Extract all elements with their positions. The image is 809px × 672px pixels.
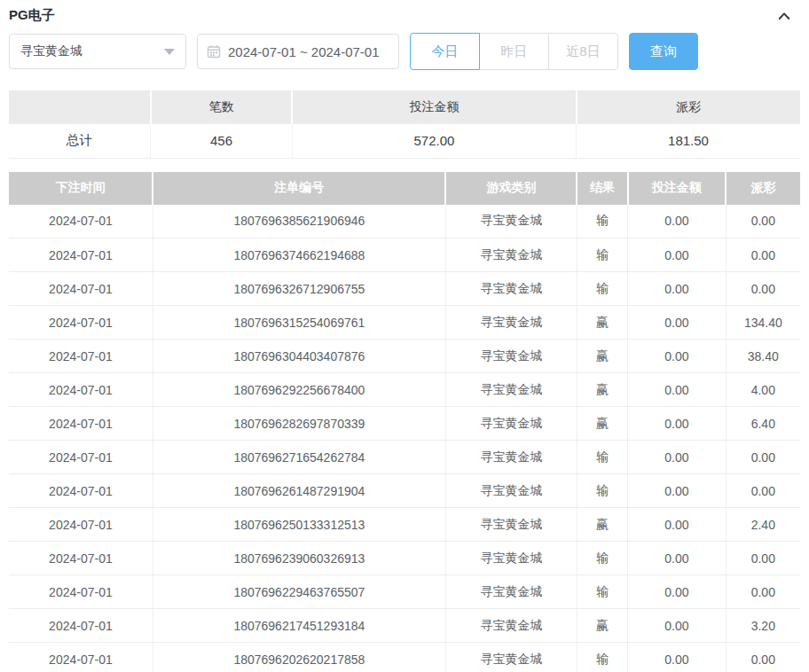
cell-bet-time: 2024-07-01 [9, 508, 153, 542]
cell-result: 赢 [577, 340, 627, 373]
cell-result: 输 [577, 474, 627, 508]
cell-game-category: 寻宝黄金城 [445, 238, 577, 272]
table-row: 2024-07-01 1807696217451293184 寻宝黄金城 赢 0… [9, 609, 800, 643]
today-button[interactable]: 今日 [410, 33, 480, 70]
records-header-row: 下注时间 注单编号 游戏类别 结果 投注金额 派彩 [9, 172, 800, 205]
cell-order-number: 1807696229463765507 [153, 575, 445, 609]
cell-bet-amount: 0.00 [628, 643, 727, 672]
table-row: 2024-07-01 1807696374662194688 寻宝黄金城 输 0… [9, 238, 800, 272]
cell-bet-amount: 0.00 [628, 373, 727, 407]
chevron-down-icon [164, 49, 175, 55]
cell-payout: 0.00 [726, 272, 800, 306]
table-row: 2024-07-01 1807696282697870339 寻宝黄金城 赢 0… [9, 407, 800, 441]
table-row: 2024-07-01 1807696326712906755 寻宝黄金城 输 0… [9, 272, 800, 306]
cell-game-category: 寻宝黄金城 [445, 474, 577, 508]
cell-bet-time: 2024-07-01 [9, 373, 153, 407]
table-row: 2024-07-01 1807696315254069761 寻宝黄金城 赢 0… [9, 306, 800, 340]
cell-game-category: 寻宝黄金城 [445, 340, 577, 373]
summary-table: 笔数 投注金额 派彩 总计 456 572.00 181.50 [9, 90, 800, 159]
cell-order-number: 1807696239060326913 [153, 542, 445, 575]
cell-payout: 0.00 [726, 441, 800, 474]
records-header-bet-time: 下注时间 [9, 172, 153, 205]
cell-result: 赢 [577, 407, 627, 441]
cell-game-category: 寻宝黄金城 [445, 508, 577, 542]
cell-result: 赢 [577, 508, 627, 542]
cell-order-number: 1807696385621906946 [153, 205, 445, 238]
cell-bet-amount: 0.00 [628, 474, 727, 508]
table-row: 2024-07-01 1807696239060326913 寻宝黄金城 输 0… [9, 542, 800, 575]
cell-order-number: 1807696292256678400 [153, 373, 445, 407]
cell-result: 输 [577, 542, 627, 575]
filter-bar: 寻宝黄金城 2024-07-01 ~ 2024-07-01 [9, 33, 800, 70]
cell-result: 输 [577, 441, 627, 474]
cell-result: 输 [577, 643, 627, 672]
collapse-button[interactable] [774, 5, 795, 27]
records-header-result: 结果 [577, 172, 627, 205]
summary-header-payout: 派彩 [577, 90, 800, 124]
table-row: 2024-07-01 1807696271654262784 寻宝黄金城 输 0… [9, 441, 800, 474]
cell-game-category: 寻宝黄金城 [445, 272, 577, 306]
cell-order-number: 1807696282697870339 [153, 407, 445, 441]
query-button[interactable]: 查询 [629, 33, 698, 70]
cell-bet-time: 2024-07-01 [9, 407, 153, 441]
cell-order-number: 1807696271654262784 [153, 441, 445, 474]
cell-bet-amount: 0.00 [628, 306, 727, 340]
summary-total-label: 总计 [9, 124, 151, 158]
cell-game-category: 寻宝黄金城 [445, 441, 577, 474]
cell-payout: 0.00 [726, 575, 800, 609]
cell-game-category: 寻宝黄金城 [445, 205, 577, 238]
table-row: 2024-07-01 1807696229463765507 寻宝黄金城 输 0… [9, 575, 800, 609]
cell-order-number: 1807696202620217858 [153, 643, 445, 672]
cell-bet-time: 2024-07-01 [9, 306, 153, 340]
cell-result: 输 [577, 238, 627, 272]
summary-total-row: 总计 456 572.00 181.50 [9, 124, 800, 158]
cell-bet-time: 2024-07-01 [9, 238, 153, 272]
yesterday-button[interactable]: 昨日 [479, 33, 549, 70]
cell-order-number: 1807696304403407876 [153, 340, 445, 373]
cell-order-number: 1807696326712906755 [153, 272, 445, 306]
records-body: 2024-07-01 1807696385621906946 寻宝黄金城 输 0… [9, 205, 800, 672]
table-row: 2024-07-01 1807696202620217858 寻宝黄金城 输 0… [9, 643, 800, 672]
summary-total-payout: 181.50 [577, 124, 800, 158]
cell-bet-amount: 0.00 [628, 441, 727, 474]
cell-game-category: 寻宝黄金城 [445, 407, 577, 441]
cell-game-category: 寻宝黄金城 [445, 609, 577, 643]
cell-bet-time: 2024-07-01 [9, 340, 153, 373]
records-header-order-number: 注单编号 [153, 172, 445, 205]
cell-game-category: 寻宝黄金城 [445, 306, 577, 340]
cell-bet-time: 2024-07-01 [9, 474, 153, 508]
cell-bet-time: 2024-07-01 [9, 441, 153, 474]
cell-payout: 0.00 [726, 238, 800, 272]
cell-bet-amount: 0.00 [628, 205, 727, 238]
cell-bet-time: 2024-07-01 [9, 205, 153, 238]
cell-order-number: 1807696374662194688 [153, 238, 445, 272]
cell-order-number: 1807696217451293184 [153, 609, 445, 643]
cell-result: 赢 [577, 373, 627, 407]
game-select[interactable]: 寻宝黄金城 [9, 34, 186, 69]
cell-bet-time: 2024-07-01 [9, 542, 153, 575]
cell-bet-time: 2024-07-01 [9, 609, 153, 643]
table-row: 2024-07-01 1807696385621906946 寻宝黄金城 输 0… [9, 205, 800, 238]
panel-header: PG电子 [9, 0, 800, 27]
cell-game-category: 寻宝黄金城 [445, 643, 577, 672]
cell-payout: 0.00 [726, 542, 800, 575]
cell-result: 输 [577, 272, 627, 306]
calendar-icon [207, 44, 221, 59]
table-row: 2024-07-01 1807696292256678400 寻宝黄金城 赢 0… [9, 373, 800, 407]
summary-total-count: 456 [151, 124, 293, 158]
page-title: PG电子 [9, 7, 55, 24]
last-8-days-button[interactable]: 近8日 [548, 33, 618, 70]
cell-payout: 6.40 [726, 407, 800, 441]
cell-order-number: 1807696261487291904 [153, 474, 445, 508]
pg-panel: PG电子 寻宝黄金城 [0, 0, 809, 672]
cell-bet-amount: 0.00 [628, 272, 727, 306]
cell-payout: 0.00 [726, 474, 800, 508]
quick-date-button-group: 今日 昨日 近8日 [410, 33, 618, 70]
records-table: 下注时间 注单编号 游戏类别 结果 投注金额 派彩 2024-07-01 180… [9, 172, 800, 672]
cell-order-number: 1807696315254069761 [153, 306, 445, 340]
date-range-value: 2024-07-01 ~ 2024-07-01 [228, 44, 380, 59]
date-range-input[interactable]: 2024-07-01 ~ 2024-07-01 [197, 34, 399, 69]
cell-result: 赢 [577, 609, 627, 643]
cell-bet-amount: 0.00 [628, 609, 727, 643]
table-row: 2024-07-01 1807696250133312513 寻宝黄金城 赢 0… [9, 508, 800, 542]
